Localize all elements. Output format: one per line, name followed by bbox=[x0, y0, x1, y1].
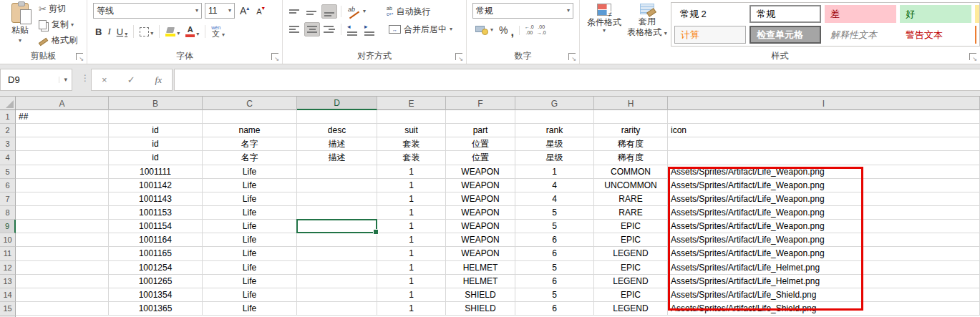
alignment-dialog-launcher[interactable] bbox=[455, 53, 462, 60]
decrease-indent-button[interactable]: ◂ bbox=[345, 22, 361, 36]
cell-F6[interactable]: WEAPON bbox=[446, 179, 515, 192]
align-left-button[interactable] bbox=[287, 22, 303, 36]
cell-D3[interactable]: 描述 bbox=[297, 137, 377, 151]
cell-F15[interactable]: SHIELD bbox=[446, 302, 515, 316]
cell-G2[interactable]: rank bbox=[515, 124, 594, 137]
cell-D13[interactable] bbox=[297, 275, 377, 288]
cell-D2[interactable]: desc bbox=[297, 124, 377, 137]
cell-E1[interactable] bbox=[377, 110, 446, 124]
cell-C7[interactable]: Life bbox=[203, 192, 297, 206]
cell-A14[interactable] bbox=[16, 288, 109, 302]
name-box[interactable]: D9 ▾ bbox=[0, 69, 72, 91]
cell-A13[interactable] bbox=[16, 275, 109, 288]
font-size-arrow[interactable]: ▾ bbox=[228, 8, 231, 14]
cell-H7[interactable]: RARE bbox=[594, 192, 668, 206]
cell-C6[interactable]: Life bbox=[203, 179, 297, 192]
cell-I12[interactable]: Assets/Sprites/Artifact/Life_Helmet.png bbox=[668, 261, 980, 275]
cell-H12[interactable]: EPIC bbox=[594, 261, 668, 275]
orientation-button[interactable]: ab▾ bbox=[345, 5, 369, 18]
grow-font-button[interactable]: A▴ bbox=[238, 5, 251, 16]
comma-style-button[interactable]: , bbox=[510, 25, 513, 35]
cell-B10[interactable]: 1001164 bbox=[109, 233, 203, 247]
decrease-decimal-button[interactable]: .00→.0 bbox=[537, 24, 546, 36]
style-chip-解释性文本[interactable]: 解释性文本 bbox=[825, 26, 896, 44]
fill-color-button[interactable]: ▾ bbox=[163, 26, 182, 38]
cell-F10[interactable]: WEAPON bbox=[446, 233, 515, 247]
cell-E6[interactable]: 1 bbox=[377, 179, 446, 192]
cell-I9[interactable]: Assets/Sprites/Artifact/Life_Weapon.png bbox=[668, 220, 980, 233]
cell-A12[interactable] bbox=[16, 261, 109, 275]
cell-G3[interactable]: 星级 bbox=[515, 137, 594, 151]
cell-B1[interactable] bbox=[109, 110, 203, 124]
cell-D12[interactable] bbox=[297, 261, 377, 275]
cell-A15[interactable] bbox=[16, 302, 109, 316]
cell-I2[interactable]: icon bbox=[668, 124, 980, 137]
accounting-format-arrow[interactable]: ▾ bbox=[490, 27, 493, 33]
cell-F4[interactable]: 位置 bbox=[446, 151, 515, 165]
insert-function-button[interactable]: fx bbox=[155, 74, 162, 86]
cell-F5[interactable]: WEAPON bbox=[446, 165, 515, 179]
cell-I8[interactable]: Assets/Sprites/Artifact/Life_Weapon.png bbox=[668, 206, 980, 220]
cell-G13[interactable]: 6 bbox=[515, 275, 594, 288]
font-dialog-launcher[interactable] bbox=[271, 53, 278, 60]
row-header-2[interactable]: 2 bbox=[0, 124, 16, 137]
cell-C5[interactable]: Life bbox=[203, 165, 297, 179]
row-header-11[interactable]: 11 bbox=[0, 247, 16, 260]
row-header-13[interactable]: 13 bbox=[0, 275, 16, 288]
conditional-formatting-arrow[interactable]: ▾ bbox=[603, 28, 606, 34]
cell-F13[interactable]: HELMET bbox=[446, 275, 515, 288]
cell-E3[interactable]: 套装 bbox=[377, 137, 446, 151]
underline-arrow[interactable]: ▾ bbox=[125, 31, 127, 37]
cell-E10[interactable]: 1 bbox=[377, 233, 446, 247]
cell-A11[interactable] bbox=[16, 247, 109, 260]
cell-I3[interactable] bbox=[668, 137, 980, 151]
phonetic-arrow[interactable]: ▾ bbox=[222, 32, 225, 38]
cell-A3[interactable] bbox=[16, 137, 109, 151]
copy-button[interactable]: 复制 ▾ bbox=[36, 18, 80, 31]
style-chip-好[interactable]: 好 bbox=[900, 5, 971, 23]
cell-G10[interactable]: 6 bbox=[515, 233, 594, 247]
cell-C1[interactable] bbox=[203, 110, 297, 124]
font-size-combo[interactable]: 11 ▾ bbox=[205, 3, 235, 19]
cell-A4[interactable] bbox=[16, 151, 109, 165]
clipboard-dialog-launcher[interactable] bbox=[76, 53, 83, 60]
row-header-3[interactable]: 3 bbox=[0, 137, 16, 151]
increase-indent-button[interactable]: ▸ bbox=[362, 22, 378, 36]
merge-center-button[interactable]: ↔ 合并后居中 ▾ bbox=[387, 24, 455, 36]
align-top-button[interactable] bbox=[287, 4, 303, 19]
cell-H10[interactable]: EPIC bbox=[594, 233, 668, 247]
cell-F3[interactable]: 位置 bbox=[446, 137, 515, 151]
cell-D15[interactable] bbox=[297, 302, 377, 316]
row-header-7[interactable]: 7 bbox=[0, 192, 16, 206]
copy-dropdown-arrow[interactable]: ▾ bbox=[71, 22, 74, 28]
name-box-arrow[interactable]: ▾ bbox=[59, 77, 67, 83]
col-header-B[interactable]: B bbox=[109, 97, 203, 110]
style-chip-常规[interactable]: 常规 bbox=[749, 5, 821, 23]
cell-I1[interactable] bbox=[668, 110, 980, 124]
cell-C8[interactable]: Life bbox=[203, 206, 297, 220]
cell-D6[interactable] bbox=[297, 179, 377, 192]
cell-H11[interactable]: LEGEND bbox=[594, 247, 668, 260]
cell-E12[interactable]: 1 bbox=[377, 261, 446, 275]
cell-E11[interactable]: 1 bbox=[377, 247, 446, 260]
row-header-14[interactable]: 14 bbox=[0, 288, 16, 302]
cell-G11[interactable]: 6 bbox=[515, 247, 594, 260]
styles-dialog-launcher[interactable] bbox=[969, 53, 976, 60]
cell-G12[interactable]: 5 bbox=[515, 261, 594, 275]
cell-C12[interactable]: Life bbox=[203, 261, 297, 275]
phonetic-button[interactable]: wén 文 ▾ bbox=[209, 24, 227, 39]
cell-D10[interactable] bbox=[297, 233, 377, 247]
cell-C11[interactable]: Life bbox=[203, 247, 297, 260]
cell-D1[interactable] bbox=[297, 110, 377, 124]
cell-G1[interactable] bbox=[515, 110, 594, 124]
cell-B14[interactable]: 1001354 bbox=[109, 288, 203, 302]
cell-G8[interactable]: 5 bbox=[515, 206, 594, 220]
style-chip-partial-4[interactable] bbox=[975, 5, 980, 23]
row-header-4[interactable]: 4 bbox=[0, 151, 16, 165]
cell-F2[interactable]: part bbox=[446, 124, 515, 137]
increase-decimal-button[interactable]: ←.0.00 bbox=[525, 24, 534, 36]
style-chip-警告文本[interactable]: 警告文本 bbox=[900, 26, 971, 44]
enter-button[interactable]: ✓ bbox=[127, 74, 135, 85]
cell-B6[interactable]: 1001142 bbox=[109, 179, 203, 192]
cell-F8[interactable]: WEAPON bbox=[446, 206, 515, 220]
